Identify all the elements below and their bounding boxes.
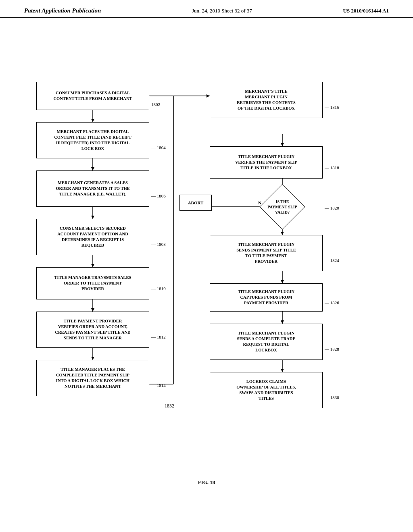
svg-marker-11 <box>91 357 94 360</box>
label-1808: — 1808 <box>151 242 166 247</box>
box-1804: MERCHANT PLACES THE DIGITAL CONTENT FILE… <box>36 122 149 158</box>
box-1802-text: CONSUMER PURCHASES A DIGITAL CONTENT TIT… <box>53 90 132 102</box>
box-1826-text: TITLE MERCHANT PLUGIN CAPTURES FUNDS FRO… <box>238 289 294 306</box>
n-label: N <box>258 200 261 205</box>
svg-marker-5 <box>91 216 94 219</box>
svg-marker-9 <box>91 308 94 312</box>
box-1814: TITLE MANAGER PLACES THE COMPLETED TITLE… <box>36 360 149 396</box>
box-1808: CONSUMER SELECTS SECURED ACCOUNT PAYMENT… <box>36 219 149 255</box>
label-1802: 1802 <box>151 102 160 107</box>
label-1828: — 1828 <box>325 347 339 351</box>
box-1816-text: MERCHANT'S TITLE MERCHANT PLUGIN RETRIEV… <box>237 89 296 112</box>
box-1824-text: TITLE MERCHANT PLUGIN SENDS PAYMENT SLIP… <box>236 242 296 265</box>
box-1812-text: TITLE PAYMENT PROVIDER VERIFIES ORDER AN… <box>55 318 130 341</box>
label-1806: — 1806 <box>151 193 166 198</box>
box-1812: TITLE PAYMENT PROVIDER VERIFIES ORDER AN… <box>36 312 149 348</box>
svg-marker-1 <box>91 119 94 122</box>
svg-marker-7 <box>91 264 94 267</box>
box-1804-text: MERCHANT PLACES THE DIGITAL CONTENT FILE… <box>54 129 131 152</box>
svg-marker-3 <box>91 167 94 170</box>
box-1818: TITLE MERCHANT PLUGIN VERIFIES THE PAYME… <box>210 146 323 179</box>
label-1816: — 1816 <box>325 105 339 110</box>
box-1830: LOCKBOX CLAIMS OWNERSHIP OF ALL TITLES, … <box>210 372 323 408</box>
box-1826: TITLE MERCHANT PLUGIN CAPTURES FUNDS FRO… <box>210 283 323 312</box>
box-1810-text: TITLE MANAGER TRANSMITS SALES ORDER TO T… <box>54 275 131 292</box>
label-1832: 1832 <box>165 403 174 409</box>
svg-marker-19 <box>281 280 284 283</box>
box-1818-text: TITLE MERCHANT PLUGIN VERIFIES THE PAYME… <box>235 154 297 171</box>
svg-marker-21 <box>281 320 284 324</box>
header-publication-label: Patent Application Publication <box>24 7 101 14</box>
box-1824: TITLE MERCHANT PLUGIN SENDS PAYMENT SLIP… <box>210 235 323 271</box>
svg-marker-17 <box>281 232 284 235</box>
svg-marker-13 <box>281 143 284 146</box>
label-1826: — 1826 <box>325 300 339 305</box>
abort-text: ABORT <box>188 200 204 206</box>
header-date-sheet: Jun. 24, 2010 Sheet 32 of 37 <box>192 8 252 14</box>
diagram-area: CONSUMER PURCHASES A DIGITAL CONTENT TIT… <box>0 22 413 498</box>
box-1828-text: TITLE MERCHANT PLUGIN SENDS A COMPLETE T… <box>237 330 296 353</box>
box-1806: MERCHANT GENERATES A SALES ORDER AND TRA… <box>36 170 149 207</box>
fig-caption: FIG. 18 <box>198 479 215 486</box>
box-1808-text: CONSUMER SELECTS SECURED ACCOUNT PAYMENT… <box>57 226 128 249</box>
svg-marker-25 <box>206 94 210 98</box>
label-1812: — 1812 <box>151 335 166 339</box>
label-1824: — 1824 <box>325 258 339 263</box>
box-abort: ABORT <box>179 195 212 211</box>
label-1830: — 1830 <box>325 395 339 400</box>
box-1828: TITLE MERCHANT PLUGIN SENDS A COMPLETE T… <box>210 324 323 360</box>
label-1804: — 1804 <box>151 145 166 150</box>
label-1810: — 1810 <box>151 286 166 291</box>
label-1820: — 1820 <box>325 206 339 210</box>
box-1810: TITLE MANAGER TRANSMITS SALES ORDER TO T… <box>36 267 149 299</box>
diamond-1820-text: IS THE PAYMENT SLIP VALID? <box>267 199 297 215</box>
box-1816: MERCHANT'S TITLE MERCHANT PLUGIN RETRIEV… <box>210 82 323 118</box>
box-1830-text: LOCKBOX CLAIMS OWNERSHIP OF ALL TITLES, … <box>236 379 296 402</box>
box-1814-text: TITLE MANAGER PLACES THE COMPLETED TITLE… <box>56 367 129 390</box>
page-header: Patent Application Publication Jun. 24, … <box>0 0 413 18</box>
header-patent-number: US 2010/0161444 A1 <box>343 8 389 14</box>
box-1802: CONSUMER PURCHASES A DIGITAL CONTENT TIT… <box>36 82 149 110</box>
label-1814: — 1814 <box>151 383 166 388</box>
box-1806-text: MERCHANT GENERATES A SALES ORDER AND TRA… <box>56 180 129 197</box>
label-1818: — 1818 <box>325 165 339 170</box>
diamond-1820: IS THE PAYMENT SLIP VALID? <box>250 191 315 223</box>
svg-marker-23 <box>281 369 284 372</box>
